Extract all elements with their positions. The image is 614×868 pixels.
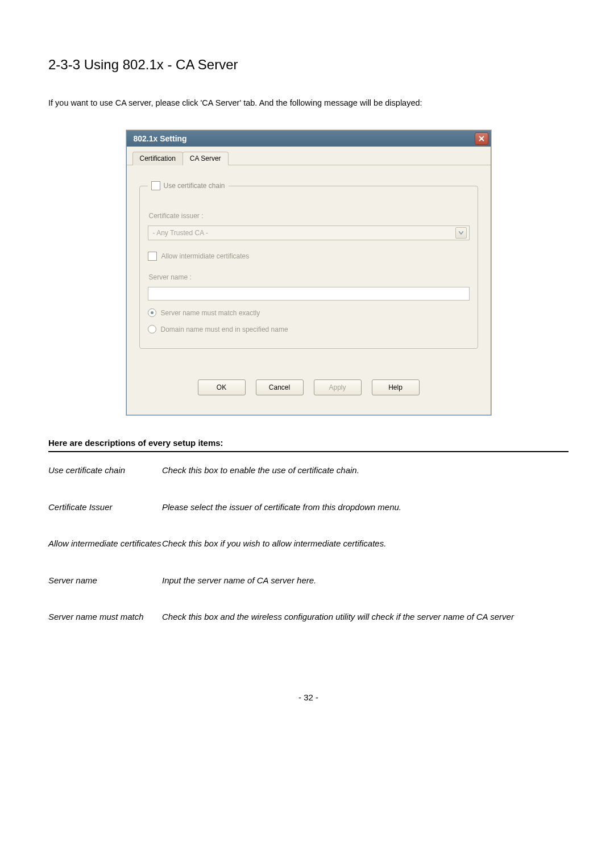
tab-strip: Certification CA Server bbox=[127, 147, 491, 165]
table-row: Certificate Issuer Please select the iss… bbox=[48, 495, 569, 532]
radio-exact-row: Server name must match exactly bbox=[148, 308, 470, 317]
radio-domain[interactable] bbox=[148, 325, 156, 333]
help-button[interactable]: Help bbox=[372, 379, 420, 395]
tab-body: Use certificate chain Certificate issuer… bbox=[127, 165, 491, 415]
allow-intermediate-row: Allow intermidiate certificates bbox=[148, 252, 470, 261]
tab-certification[interactable]: Certification bbox=[132, 152, 183, 165]
close-icon bbox=[479, 134, 484, 143]
desc-key: Use certificate chain bbox=[48, 458, 162, 495]
descriptions-heading: Here are descriptions of every setup ite… bbox=[48, 438, 569, 448]
use-cert-chain-group: Use certificate chain Certificate issuer… bbox=[139, 181, 478, 349]
allow-intermediate-checkbox[interactable] bbox=[148, 252, 157, 261]
desc-key: Server name must match bbox=[48, 604, 162, 641]
ok-button[interactable]: OK bbox=[198, 379, 246, 395]
use-cert-chain-label: Use certificate chain bbox=[164, 182, 225, 190]
issuer-select[interactable]: - Any Trusted CA - bbox=[148, 226, 470, 240]
descriptions-table: Use certificate chain Check this box to … bbox=[48, 458, 569, 641]
allow-intermediate-label: Allow intermidiate certificates bbox=[161, 252, 250, 260]
desc-key: Allow intermediate certificates bbox=[48, 531, 162, 568]
radio-domain-label: Domain name must end in specified name bbox=[161, 326, 288, 333]
intro-text: If you want to use CA server, please cli… bbox=[48, 98, 569, 107]
dialog-title: 802.1x Setting bbox=[134, 134, 187, 143]
desc-text: Check this box if you wish to allow inte… bbox=[162, 531, 569, 568]
radio-exact[interactable] bbox=[148, 308, 156, 317]
desc-text: Please select the issuer of certificate … bbox=[162, 495, 569, 532]
issuer-value: - Any Trusted CA - bbox=[153, 229, 208, 237]
desc-text: Check this box and the wireless configur… bbox=[162, 604, 569, 641]
desc-key: Certificate Issuer bbox=[48, 495, 162, 532]
dialog-802-1x: 802.1x Setting Certification CA Server U… bbox=[126, 130, 491, 415]
group-legend: Use certificate chain bbox=[148, 181, 229, 190]
button-row: OK Cancel Apply Help bbox=[139, 372, 478, 404]
radio-domain-row: Domain name must end in specified name bbox=[148, 325, 470, 333]
desc-key: Server name bbox=[48, 568, 162, 605]
tab-ca-server[interactable]: CA Server bbox=[182, 152, 229, 165]
desc-text: Check this box to enable the use of cert… bbox=[162, 458, 569, 495]
radio-exact-label: Server name must match exactly bbox=[161, 309, 260, 317]
close-button[interactable] bbox=[475, 132, 488, 145]
table-row: Use certificate chain Check this box to … bbox=[48, 458, 569, 495]
server-name-label: Server name : bbox=[149, 273, 470, 281]
server-name-input[interactable] bbox=[148, 287, 470, 301]
divider bbox=[48, 451, 569, 452]
table-row: Server name Input the server name of CA … bbox=[48, 568, 569, 605]
titlebar: 802.1x Setting bbox=[127, 131, 491, 147]
section-heading: 2-3-3 Using 802.1x - CA Server bbox=[48, 57, 569, 73]
apply-button[interactable]: Apply bbox=[314, 379, 362, 395]
issuer-label: Certificate issuer : bbox=[149, 212, 470, 220]
desc-text: Input the server name of CA server here. bbox=[162, 568, 569, 605]
chevron-down-icon bbox=[455, 227, 467, 239]
page-number: - 32 - bbox=[48, 692, 569, 702]
table-row: Server name must match Check this box an… bbox=[48, 604, 569, 641]
table-row: Allow intermediate certificates Check th… bbox=[48, 531, 569, 568]
cancel-button[interactable]: Cancel bbox=[256, 379, 304, 395]
use-cert-chain-checkbox[interactable] bbox=[151, 181, 160, 190]
